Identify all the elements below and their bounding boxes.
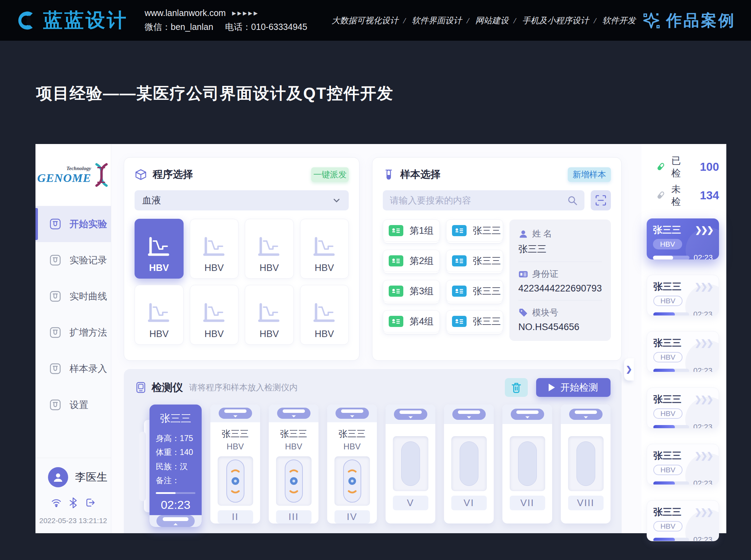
program-card-label: HBV: [149, 329, 169, 339]
group-chip-label: 第1组: [410, 224, 434, 237]
detector-slot[interactable]: VII: [502, 405, 552, 523]
program-panel-title: 程序选择: [153, 168, 193, 182]
brand-logo-text: 蓝蓝设计: [43, 7, 128, 34]
program-card[interactable]: HBV: [300, 219, 349, 279]
nav-item[interactable]: 大数据可视化设计 /: [332, 15, 406, 26]
slot-inset: [218, 456, 253, 506]
member-chip[interactable]: 张三三: [446, 250, 503, 272]
queue-card[interactable]: 张三三 ❯❯❯ HBV 02:23: [647, 218, 719, 259]
queue-card-name: 张三三: [653, 280, 681, 293]
avatar[interactable]: [48, 467, 68, 487]
member-chip[interactable]: 张三三: [446, 219, 503, 242]
detector-slot[interactable]: VI: [444, 405, 494, 523]
queue-card[interactable]: 张三三 ❯❯❯ HBV 02:23: [647, 500, 719, 541]
sidebar-menu-item[interactable]: 实验记录: [35, 242, 111, 278]
logout-icon[interactable]: [84, 497, 96, 508]
nav-item[interactable]: 软件界面设计 /: [412, 15, 470, 26]
curve-thumbnail-icon: [311, 302, 338, 325]
curve-thumbnail-icon: [146, 236, 172, 258]
checked-label: 已检: [671, 154, 689, 179]
sidebar-menu-item[interactable]: 扩增方法: [35, 314, 111, 351]
group-chip-label: 第4组: [410, 315, 434, 328]
slot-numeral: VII: [510, 496, 545, 510]
program-card[interactable]: HBV: [190, 219, 239, 279]
group-chip[interactable]: 第3组: [383, 280, 440, 302]
detector-slot[interactable]: VIII: [561, 405, 611, 523]
queue-card-list: 张三三 ❯❯❯ HBV 02:23 张三三 ❯❯❯ HBV: [647, 218, 719, 541]
program-card[interactable]: HBV: [190, 285, 239, 345]
sample-field-row: 体重：140: [156, 445, 195, 459]
queue-card[interactable]: 张三三 ❯❯❯ HBV 02:23: [647, 387, 719, 429]
sparkle-star-icon: [642, 11, 661, 30]
one-key-dispatch-button[interactable]: 一键派发: [311, 167, 349, 182]
slot-handle[interactable]: [394, 409, 427, 420]
slot-handle[interactable]: [452, 409, 486, 420]
group-list: 第1组: [383, 219, 440, 341]
add-sample-button[interactable]: 新增样本: [568, 167, 611, 182]
program-card-label: HBV: [204, 329, 224, 339]
queue-card[interactable]: 张三三 ❯❯❯ HBV 02:23: [647, 275, 719, 316]
id-card-icon: [389, 286, 403, 297]
detector-slot[interactable]: 张三三 HBV: [210, 405, 260, 523]
sample-field-row: 身高：175: [156, 431, 195, 445]
top-bar: 蓝蓝设计 www.lanlanwork.com ▶▶▶▶▶ 微信：ben_lan…: [0, 0, 751, 41]
detector-slot[interactable]: V: [386, 405, 435, 523]
slot-inset: [568, 436, 604, 491]
slot-handle[interactable]: [277, 408, 310, 419]
doctor-name: 李医生: [75, 470, 107, 485]
slot-numeral: VIII: [568, 496, 604, 510]
queue-card[interactable]: 张三三 ❯❯❯ HBV 02:23: [647, 444, 719, 485]
program-card[interactable]: HBV: [135, 219, 184, 279]
program-card[interactable]: HBV: [300, 285, 349, 345]
queue-rail: 已检 100 未检 134 张三三 ❯❯❯: [641, 144, 726, 533]
scan-frame-icon: [595, 194, 607, 207]
patient-name: 张三三: [518, 243, 602, 255]
active-sample-card[interactable]: 张三三 身高：175 体重：140 民族：汉 备注：: [150, 405, 202, 527]
detection-time: 02:23: [156, 498, 195, 512]
nav-item[interactable]: 手机及小程序设计 /: [522, 15, 597, 26]
sample-type-dropdown[interactable]: 血液: [135, 190, 349, 210]
sidebar-menu-item[interactable]: 样本录入: [35, 351, 111, 387]
sidebar-menu-item[interactable]: 设置: [35, 387, 111, 423]
scan-button[interactable]: [591, 190, 611, 210]
expand-rail-button[interactable]: ❯: [624, 358, 634, 381]
active-sample-fields: 身高：175 体重：140 民族：汉 备注：: [156, 431, 195, 487]
clear-button[interactable]: [505, 378, 528, 397]
group-chip[interactable]: 第4组: [383, 310, 440, 333]
slot-handle[interactable]: [569, 409, 603, 420]
detector-slot[interactable]: 张三三 HBV: [327, 405, 377, 523]
nav-item[interactable]: 软件开发 /: [602, 15, 636, 26]
slot-handle[interactable]: [511, 409, 544, 420]
slot-handle[interactable]: [219, 408, 252, 419]
search-input[interactable]: [390, 195, 567, 206]
sidebar-menu-item[interactable]: 开始实验: [35, 206, 111, 242]
program-card[interactable]: HBV: [245, 219, 294, 279]
bluetooth-icon[interactable]: [68, 497, 79, 508]
wifi-icon[interactable]: [51, 497, 62, 508]
detection-stats: 已检 100 未检 134: [647, 154, 719, 208]
queue-card[interactable]: 张三三 ❯❯❯ HBV 02:23: [647, 331, 719, 372]
group-chip[interactable]: 第1组: [383, 219, 440, 242]
chevrons-icon: ❯❯❯: [695, 282, 712, 291]
member-chip[interactable]: 张三三: [446, 280, 503, 302]
member-chip[interactable]: 张三三: [446, 310, 503, 333]
field-value: 140: [180, 445, 193, 459]
program-card[interactable]: HBV: [245, 285, 294, 345]
queue-card-tag: HBV: [653, 296, 683, 306]
detector-slot[interactable]: 张三三 HBV: [269, 405, 318, 523]
system-timestamp: 2022-05-23 13:21:12: [35, 517, 111, 525]
website-url[interactable]: www.lanlanwork.com: [145, 8, 226, 18]
sample-field-row: 民族：汉: [156, 459, 195, 473]
start-detection-button[interactable]: 开始检测: [536, 378, 611, 397]
slot-handle[interactable]: [336, 408, 369, 419]
slot-sample-name: 张三三: [280, 428, 307, 440]
sidebar-menu-item[interactable]: 实时曲线: [35, 278, 111, 314]
program-select-panel: 程序选择 一键派发 血液 HBV: [124, 157, 360, 361]
eject-handle[interactable]: [156, 515, 195, 527]
nav-item[interactable]: 网站建设 /: [475, 15, 517, 26]
program-card[interactable]: HBV: [135, 285, 184, 345]
field-label: 体重：: [156, 445, 180, 459]
main-content: 程序选择 一键派发 血液 HBV: [111, 144, 641, 533]
group-chip[interactable]: 第2组: [383, 250, 440, 272]
search-icon[interactable]: [567, 195, 578, 206]
